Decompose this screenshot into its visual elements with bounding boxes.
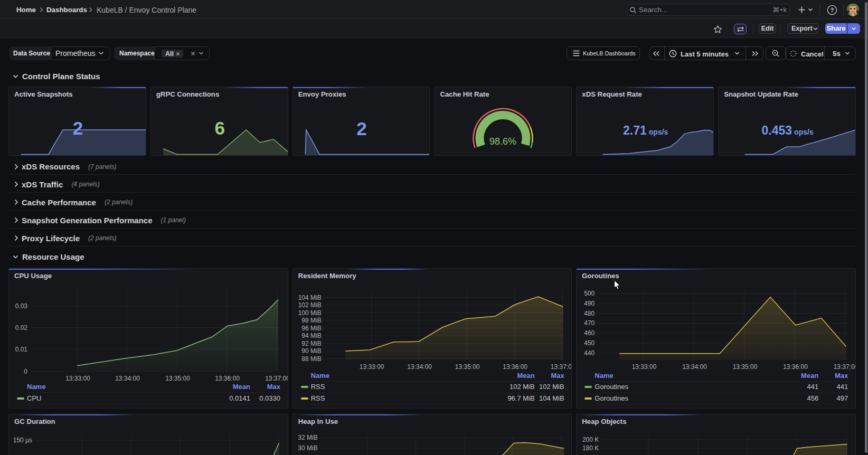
- svg-text:98.6%: 98.6%: [489, 136, 516, 147]
